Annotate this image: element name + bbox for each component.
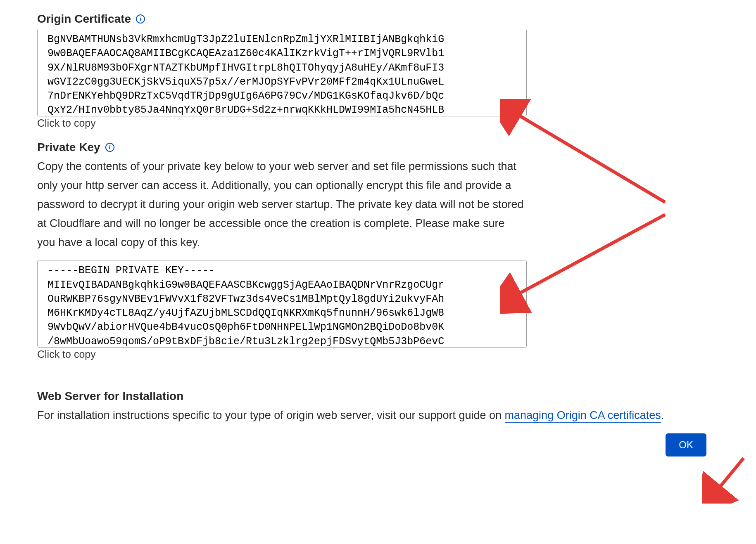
private-key-heading-text: Private Key bbox=[37, 141, 100, 154]
origin-certificate-heading: Origin Certificate i bbox=[37, 12, 706, 26]
page-content: Origin Certificate i Click to copy Priva… bbox=[37, 12, 706, 456]
origin-cert-copy-hint[interactable]: Click to copy bbox=[37, 117, 706, 129]
private-key-copy-hint[interactable]: Click to copy bbox=[37, 348, 706, 360]
annotation-arrow-ok bbox=[702, 454, 752, 481]
info-icon[interactable]: i bbox=[136, 14, 145, 24]
private-key-heading: Private Key i bbox=[37, 141, 706, 154]
private-key-textarea[interactable] bbox=[37, 260, 527, 348]
web-server-desc-pre: For installation instructions specific t… bbox=[37, 409, 505, 421]
info-icon[interactable]: i bbox=[105, 143, 114, 152]
origin-certificate-heading-text: Origin Certificate bbox=[37, 12, 131, 26]
managing-origin-ca-link[interactable]: managing Origin CA certificates bbox=[505, 409, 661, 423]
ok-button[interactable]: OK bbox=[666, 433, 706, 456]
web-server-desc-post: . bbox=[661, 409, 664, 421]
private-key-box-wrap bbox=[37, 260, 527, 349]
footer-row: OK bbox=[37, 433, 706, 456]
web-server-heading-text: Web Server for Installation bbox=[37, 390, 183, 403]
web-server-description: For installation instructions specific t… bbox=[37, 406, 673, 425]
section-divider bbox=[37, 377, 706, 377]
origin-certificate-textarea[interactable] bbox=[37, 29, 527, 116]
web-server-heading: Web Server for Installation bbox=[37, 390, 706, 403]
origin-certificate-box-wrap bbox=[37, 29, 527, 118]
svg-line-5 bbox=[715, 458, 744, 481]
private-key-description: Copy the contents of your private key be… bbox=[37, 157, 525, 252]
